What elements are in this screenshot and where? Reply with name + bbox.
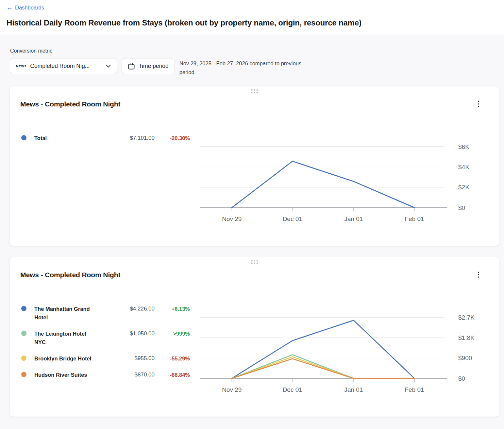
filter-row: MEWS Completed Room Nig... Time period N… <box>10 58 499 76</box>
x-axis-label: Jan 01 <box>344 215 363 222</box>
series-value: $4,226.00 <box>92 305 155 313</box>
properties-line-chart[interactable]: $2.7K$1.8K$900$0Nov 29Dec 01Jan 01Feb 01 <box>200 309 476 394</box>
series-color-dot <box>21 135 26 140</box>
x-axis-label: Dec 01 <box>283 215 302 222</box>
series-color-dot <box>21 331 26 336</box>
mews-logo: MEWS <box>16 65 26 68</box>
chart-card-total: Mews - Completed Room Night Total $7,101… <box>10 87 499 246</box>
time-period-button[interactable]: Time period <box>122 58 175 74</box>
series-name: The Lexington Hotel NYC <box>34 329 92 346</box>
chart-card-by-property: Mews - Completed Room Night The Manhatta… <box>10 257 499 417</box>
series-color-dot <box>21 356 26 361</box>
y-axis-label: $4K <box>458 164 469 170</box>
back-arrow-icon: ← <box>7 5 13 11</box>
chart-legend: The Manhattan Grand Hotel $4,226.00 +6.1… <box>10 305 190 387</box>
series-change-badge: +6.13% <box>155 305 190 313</box>
x-axis-label: Nov 29 <box>222 386 242 393</box>
time-period-label: Time period <box>139 63 169 70</box>
y-axis-label: $2K <box>458 184 469 191</box>
series-name: The Manhattan Grand Hotel <box>34 305 92 322</box>
card-body: The Manhattan Grand Hotel $4,226.00 +6.1… <box>10 279 499 394</box>
legend-item-brooklyn-bridge[interactable]: Brooklyn Bridge Hotel $955.00 -55.29% <box>21 354 190 363</box>
date-range-text: Nov 29, 2025 - Feb 27, 2026 compared to … <box>179 58 303 76</box>
y-axis-label: $900 <box>458 355 472 362</box>
series-line <box>232 161 414 208</box>
metric-select-value: Completed Room Nig... <box>30 63 102 70</box>
series-change-badge: -55.29% <box>155 354 190 363</box>
legend-item-manhattan-grand[interactable]: The Manhattan Grand Hotel $4,226.00 +6.1… <box>21 305 190 322</box>
legend-item-hudson-river[interactable]: Hudson River Suites $870.00 -68.84% <box>21 371 190 379</box>
drag-handle[interactable] <box>250 88 259 94</box>
series-value: $955.00 <box>92 354 155 363</box>
legend-item-lexington[interactable]: The Lexington Hotel NYC $1,050.00 >999% <box>21 329 190 346</box>
x-axis-label: Feb 01 <box>405 215 424 222</box>
y-axis-label: $2.7K <box>458 314 475 321</box>
dashboard-content: Conversion metric MEWS Completed Room Ni… <box>0 35 504 423</box>
y-axis-label: $0 <box>458 375 465 382</box>
x-axis-label: Nov 29 <box>222 215 242 222</box>
page-title: Historical Daily Room Revenue from Stays… <box>7 18 497 27</box>
y-axis-label: $0 <box>458 204 465 211</box>
card-menu-button[interactable] <box>477 100 480 108</box>
legend-item-total[interactable]: Total $7,101.00 -20.30% <box>21 134 190 142</box>
series-value: $870.00 <box>92 371 155 379</box>
series-name: Hudson River Suites <box>34 371 92 379</box>
total-line-chart[interactable]: $6K$4K$2K$0Nov 29Dec 01Jan 01Feb 01 <box>200 138 476 224</box>
calendar-icon <box>128 63 135 70</box>
x-axis-label: Jan 01 <box>344 386 363 393</box>
y-axis-label: $1.8K <box>458 334 475 341</box>
back-link-label: Dashboards <box>15 5 44 11</box>
card-menu-button[interactable] <box>477 270 480 279</box>
x-axis-label: Dec 01 <box>283 386 302 393</box>
series-color-dot <box>21 306 26 311</box>
conversion-metric-label: Conversion metric <box>10 48 499 54</box>
drag-handle[interactable] <box>250 259 259 265</box>
series-change-badge: -20.30% <box>155 134 190 142</box>
series-color-dot <box>21 372 26 377</box>
x-axis-label: Feb 01 <box>405 386 424 393</box>
back-to-dashboards-link[interactable]: ← Dashboards <box>7 5 44 11</box>
series-change-badge: >999% <box>155 329 190 338</box>
card-body: Total $7,101.00 -20.30% $6K$4K$2K$0Nov 2… <box>10 108 499 224</box>
series-name: Brooklyn Bridge Hotel <box>34 354 92 363</box>
series-name: Total <box>34 134 92 142</box>
series-change-badge: -68.84% <box>155 371 190 379</box>
series-value: $7,101.00 <box>92 134 155 142</box>
series-value: $1,050.00 <box>92 329 155 338</box>
chart-legend: Total $7,101.00 -20.30% <box>10 134 190 150</box>
metric-select[interactable]: MEWS Completed Room Nig... <box>10 58 117 74</box>
y-axis-label: $6K <box>458 143 469 150</box>
page-header: ← Dashboards Historical Daily Room Reven… <box>0 0 504 35</box>
chevron-down-icon <box>106 65 111 68</box>
